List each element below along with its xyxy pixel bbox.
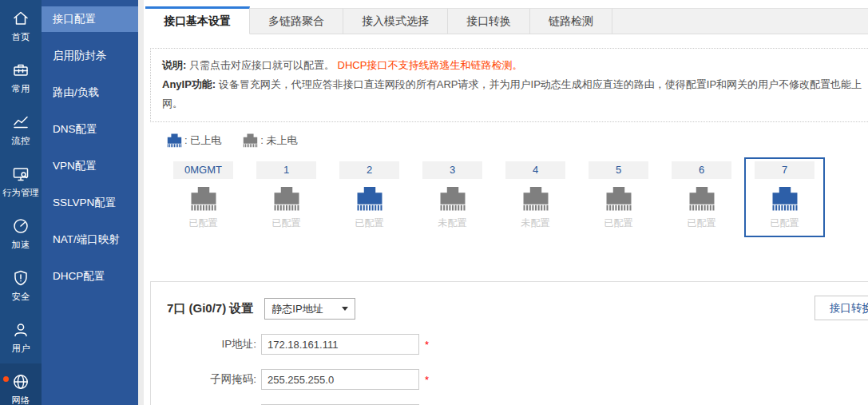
menu-item[interactable]: 接口配置 (42, 6, 138, 32)
user-icon (11, 320, 30, 339)
port-name: 7 (755, 161, 814, 179)
menu-item[interactable]: 启用防封杀 (42, 43, 138, 69)
sidebar-nav-label: 行为管理 (2, 186, 39, 199)
port-name: 5 (589, 161, 648, 179)
ethernet-port-icon (331, 186, 408, 212)
home-icon (11, 9, 30, 28)
sidebar-nav-item[interactable]: 首页 (0, 0, 42, 52)
sidebar-nav-label: 用户 (12, 342, 30, 355)
toolbox-icon (11, 61, 30, 80)
tab[interactable]: 接口转换 (448, 8, 530, 34)
port-status: 已配置 (663, 216, 740, 230)
tab-label: 接口基本设置 (164, 14, 231, 27)
sidebar-nav-label: 常用 (12, 82, 30, 95)
tab-bar: 接口基本设置 多链路聚合 接入模式选择 接口转换 链路检测 (145, 6, 868, 34)
ethernet-port-icon (746, 186, 823, 212)
tab-label: 接入模式选择 (362, 14, 429, 27)
required-marker: * (425, 374, 429, 386)
port-power-icon (166, 133, 183, 148)
port-item[interactable]: 6 已配置 (661, 157, 742, 237)
sidebar-nav-label: 安全 (12, 290, 30, 303)
port-name: 4 (505, 161, 565, 179)
port-item[interactable]: 2 已配置 (329, 157, 410, 237)
tab[interactable]: 接口基本设置 (145, 6, 250, 34)
chevron-down-icon (342, 307, 348, 311)
menu-item[interactable]: DNS配置 (42, 117, 138, 142)
port-item[interactable]: 7 已配置 (744, 157, 825, 237)
port-item[interactable]: 1 已配置 (246, 157, 327, 237)
port-status: 已配置 (164, 216, 242, 230)
port-item[interactable]: 0MGMT 已配置 (163, 157, 244, 237)
menu-item-label: VPN配置 (53, 160, 97, 172)
tab[interactable]: 接入模式选择 (343, 8, 448, 34)
sidebar-nav-item[interactable]: 加速 (0, 208, 42, 260)
speedometer-icon (11, 216, 30, 236)
legend-label: : 已上电 (184, 133, 221, 148)
notice-line-2: AnyIP功能: 设备冒充网关，代理应答非接口直连网段的所有ARP请求，并为用户… (162, 75, 864, 113)
behavior-monitor-icon (11, 165, 30, 184)
sidebar-nav-label: 加速 (12, 238, 30, 251)
sidebar-nav-item[interactable]: 安全 (0, 260, 42, 312)
port-power-legend: : 已上电 : 未上电 (166, 133, 868, 148)
port-settings-panel: 7口 (Gi0/7) 设置 静态IP地址 接口转换 IP地址: * 子网掩码: (150, 281, 868, 405)
sidebar-nav-item[interactable]: 网络 (0, 363, 42, 405)
field-input[interactable] (261, 334, 419, 355)
ip-mode-select[interactable]: 静态IP地址 (264, 298, 355, 320)
menu-item-label: 路由/负载 (53, 86, 99, 98)
ethernet-port-icon (164, 186, 242, 212)
port-name: 2 (339, 161, 399, 179)
menu-item[interactable]: VPN配置 (42, 153, 138, 179)
sidebar-nav-label: 首页 (12, 30, 30, 43)
port-status: 未配置 (414, 216, 491, 230)
tab[interactable]: 链路检测 (530, 8, 612, 34)
menu-item-label: 启用防封杀 (53, 50, 107, 62)
menu-item-label: DNS配置 (53, 123, 97, 135)
required-marker: * (425, 339, 429, 351)
menu-item[interactable]: DHCP配置 (42, 264, 138, 289)
menu-item[interactable]: NAT/端口映射 (42, 227, 138, 252)
tab-label: 链路检测 (549, 14, 593, 27)
app-window: 首页 常用 流控 行为管理 加速 安全 用户 网络 (0, 0, 868, 405)
ethernet-port-icon (580, 186, 657, 212)
port-status: 已配置 (580, 216, 657, 230)
notice-label-1: 说明: (162, 59, 186, 71)
sidebar-nav-item[interactable]: 用户 (0, 312, 42, 363)
port-item[interactable]: 5 已配置 (578, 157, 659, 237)
legend-item: : 已上电 (166, 133, 221, 148)
tab-bar-filler (612, 8, 868, 34)
tab-label: 多链路聚合 (268, 14, 324, 27)
tab-label: 接口转换 (466, 14, 511, 27)
tab[interactable]: 多链路聚合 (250, 8, 343, 34)
port-name: 3 (422, 161, 482, 179)
menu-item[interactable]: 路由/负载 (42, 80, 138, 105)
port-name: 6 (672, 161, 731, 179)
flow-chart-icon (11, 113, 30, 132)
sidebar-nav-item[interactable]: 行为管理 (0, 156, 42, 208)
port-status: 已配置 (331, 216, 408, 230)
field-label: 子网掩码: (167, 372, 256, 387)
menu-item-label: DHCP配置 (53, 270, 105, 282)
port-item[interactable]: 4 未配置 (495, 157, 576, 237)
shield-icon (11, 268, 30, 288)
field-input[interactable] (261, 369, 419, 390)
ethernet-port-icon (414, 186, 491, 212)
notice-line-1: 说明: 只需点击对应接口就可以配置。 DHCP接口不支持线路逃生和链路检测。 (162, 56, 864, 75)
dhcp-warning-text: DHCP接口不支持线路逃生和链路检测。 (338, 59, 523, 71)
menu-item-label: SSLVPN配置 (53, 197, 116, 208)
sidebar-nav-item[interactable]: 流控 (0, 104, 42, 156)
interface-convert-button[interactable]: 接口转换 (814, 296, 868, 320)
menu-item-label: 接口配置 (53, 13, 96, 25)
menu-item-label: NAT/端口映射 (53, 233, 120, 245)
port-grid: 0MGMT 已配置 1 已配置 2 已配置 3 未配置 4 (163, 157, 868, 237)
sidebar-content-divider (138, 0, 144, 405)
port-status: 未配置 (497, 216, 574, 230)
port-item[interactable]: 3 未配置 (412, 157, 493, 237)
port-power-icon (242, 133, 259, 148)
sidebar-nav-item[interactable]: 常用 (0, 52, 42, 104)
globe-icon (11, 372, 30, 391)
menu-item[interactable]: SSLVPN配置 (42, 190, 138, 216)
ethernet-port-icon (248, 186, 325, 212)
settings-form: IP地址: * 子网掩码: * 下一跳地址: * (167, 334, 868, 405)
notice-box: 说明: 只需点击对应接口就可以配置。 DHCP接口不支持线路逃生和链路检测。 A… (150, 48, 868, 122)
form-row: IP地址: * (167, 334, 868, 355)
